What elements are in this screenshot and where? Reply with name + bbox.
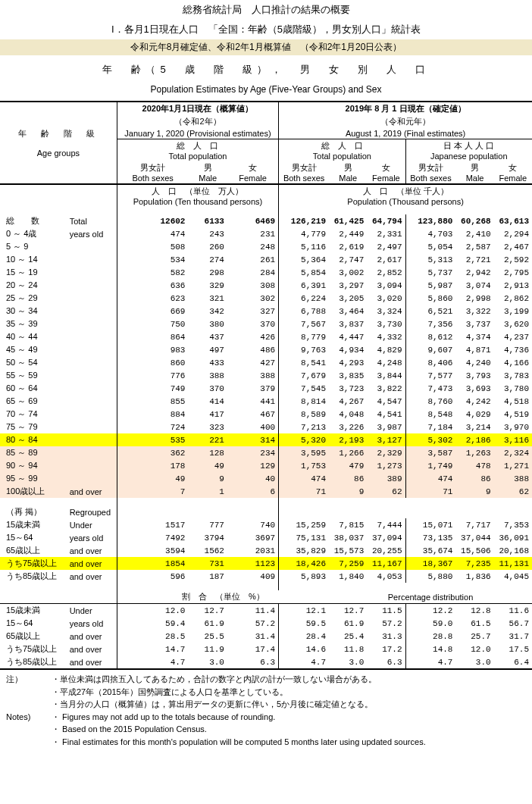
cell: 28.8: [405, 630, 455, 643]
cell: 750: [117, 318, 188, 330]
cell: 2,747: [329, 253, 367, 266]
cell: 6,224: [279, 292, 329, 305]
cell: 25.7: [455, 630, 493, 643]
cell: 8,541: [279, 356, 329, 369]
cell: 7,259: [329, 557, 367, 570]
row-label-jp: 40 ～ 44: [0, 330, 64, 343]
row-label-jp: 95 ～ 99: [0, 472, 64, 485]
cell: 5,054: [405, 240, 455, 253]
table-row: 80 ～ 845352213145,3202,1933,1275,3022,18…: [0, 433, 532, 446]
cell: 864: [117, 330, 188, 343]
cell: 4,518: [494, 395, 532, 408]
row-label-en: [64, 446, 117, 459]
cell: 3,835: [329, 369, 367, 382]
cell: 1,753: [279, 459, 329, 472]
cell: 126,219: [279, 214, 329, 227]
cell: 323: [188, 421, 227, 433]
cell: 1,840: [329, 570, 367, 583]
table-row: 75 ～ 797243234007,2133,2263,9877,1843,21…: [0, 421, 532, 433]
cell: 7,679: [279, 369, 329, 382]
col-both: 男女計Both sexes: [279, 161, 329, 184]
row-label-jp: 15歳未満: [0, 518, 64, 531]
cell: 12.0: [117, 604, 188, 618]
cell: 15,506: [455, 544, 493, 557]
cell: 298: [188, 266, 227, 279]
cell: 2,294: [494, 227, 532, 240]
cell: 7: [117, 485, 188, 498]
cell: 7,473: [405, 382, 455, 395]
cell: 3,723: [329, 382, 367, 395]
table-row: 85 ～ 893621282343,5951,2662,3293,5871,26…: [0, 446, 532, 459]
cell: 5,320: [279, 433, 329, 446]
cell: 4,267: [329, 395, 367, 408]
table-row: うち85歳以上and over4.73.06.34.73.06.34.73.06…: [0, 655, 532, 669]
cell: 380: [188, 318, 227, 330]
row-label-en: [64, 421, 117, 433]
cell: 3,780: [494, 382, 532, 395]
header-table-title: I．各月1日現在人口 「全国：年齢（5歳階級），男女別人口」統計表: [0, 20, 532, 39]
col-age-jp: 年 齢 階 級: [3, 128, 114, 139]
cell: 248: [227, 240, 279, 253]
cell: 274: [188, 253, 227, 266]
cell: 123,880: [405, 214, 455, 227]
cell: 2,852: [367, 266, 405, 279]
cell: 11,167: [367, 557, 405, 570]
cell: 6: [227, 485, 279, 498]
table-row: 15 ～ 195822982845,8543,0022,8525,7372,94…: [0, 266, 532, 279]
row-label-en: [64, 382, 117, 395]
cell: 4,053: [367, 570, 405, 583]
cell: 2,331: [367, 227, 405, 240]
notes-j-body: ・単位未満は四捨五入してあるため，合計の数字と内訳の計が一致しない場合がある。・…: [52, 673, 377, 711]
cell: 6.3: [227, 655, 279, 669]
row-label-en: and over: [64, 544, 117, 557]
cell: 4,240: [455, 356, 493, 369]
row-label-en: [64, 330, 117, 343]
cell: 3,116: [494, 433, 532, 446]
cell: 1,266: [329, 446, 367, 459]
row-label-jp: 50 ～ 54: [0, 356, 64, 369]
cell: 5,893: [279, 570, 329, 583]
cell: 400: [227, 421, 279, 433]
cell: 417: [188, 408, 227, 421]
title-jp: 年 齢（5 歳 階 級）， 男 女 別 人 口: [0, 55, 532, 84]
cell: 4,248: [367, 356, 405, 369]
cell: 414: [188, 395, 227, 408]
header-org: 総務省統計局 人口推計の結果の概要: [0, 0, 532, 20]
cell: 478: [455, 459, 493, 472]
cell: 4,779: [279, 227, 329, 240]
cell: 11.4: [227, 604, 279, 618]
cell: 623: [117, 292, 188, 305]
cell: 1562: [188, 544, 227, 557]
title-en: Population Estimates by Age (Five-Year G…: [0, 84, 532, 101]
table-row: 65歳以上and over35941562203135,82915,57320,…: [0, 544, 532, 557]
cell: 3.0: [188, 655, 227, 669]
cell: 1,273: [367, 459, 405, 472]
cell: 3,693: [455, 382, 493, 395]
table-row: 30 ～ 346693423276,7883,4643,3246,5213,32…: [0, 305, 532, 318]
cell: 4,029: [455, 408, 493, 421]
table-row: 15歳未満Under12.012.711.412.112.711.512.212…: [0, 604, 532, 618]
table-row: 15～64years old59.461.957.259.561.957.259…: [0, 617, 532, 630]
row-label-en: and over: [64, 557, 117, 570]
col-both: 男女計Both sexes: [405, 161, 455, 184]
cell: 7,577: [405, 369, 455, 382]
cell: 7,717: [455, 518, 493, 531]
cell: 57.2: [227, 617, 279, 630]
cell: 60,268: [455, 214, 493, 227]
cell: 3,127: [367, 433, 405, 446]
cell: 596: [117, 570, 188, 583]
cell: 2,913: [494, 279, 532, 292]
cell: 73,135: [405, 531, 455, 544]
row-label-en: [64, 433, 117, 446]
cell: 59.5: [279, 617, 329, 630]
row-label-jp: 0 ～ 4歳: [0, 227, 64, 240]
cell: 61.9: [329, 617, 367, 630]
cell: 9: [329, 485, 367, 498]
cell: 8,779: [279, 330, 329, 343]
cell: 12.8: [455, 604, 493, 618]
cell: 221: [188, 433, 227, 446]
col-both: 男女計Both sexes: [117, 161, 188, 184]
cell: 427: [227, 356, 279, 369]
cell: 321: [188, 292, 227, 305]
cell: 8,760: [405, 395, 455, 408]
